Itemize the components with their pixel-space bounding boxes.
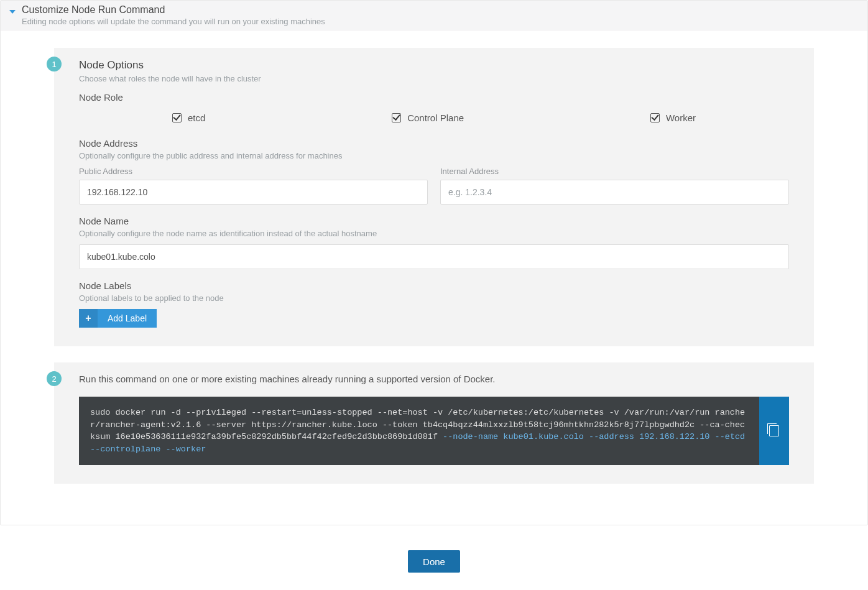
panel-header: Customize Node Run Command Editing node … xyxy=(1,1,867,30)
worker-label: Worker xyxy=(666,113,696,123)
step-2-section: 2 Run this command on one or more existi… xyxy=(54,362,814,484)
add-label-text: Add Label xyxy=(98,313,157,323)
node-labels-title: Node Labels xyxy=(79,280,789,291)
run-command-text: Run this command on one or more existing… xyxy=(79,374,789,384)
etcd-label: etcd xyxy=(188,113,205,123)
command-box[interactable]: sudo docker run -d --privileged --restar… xyxy=(79,397,759,465)
node-name-input[interactable] xyxy=(79,244,789,269)
internal-address-input[interactable] xyxy=(440,180,789,205)
node-address-sub: Optionally configure the public address … xyxy=(79,151,789,160)
plus-icon: + xyxy=(79,309,98,328)
etcd-checkbox[interactable] xyxy=(172,113,182,122)
control-plane-label: Control Plane xyxy=(407,113,464,123)
internal-address-label: Internal Address xyxy=(440,167,789,176)
copy-button[interactable] xyxy=(759,397,789,465)
step-badge-2: 2 xyxy=(47,371,62,386)
node-labels-sub: Optional labels to be applied to the nod… xyxy=(79,293,789,303)
collapse-caret-icon[interactable] xyxy=(9,10,16,14)
node-name-sub: Optionally configure the node name as id… xyxy=(79,229,789,238)
public-address-input[interactable] xyxy=(79,180,428,205)
control-plane-checkbox[interactable] xyxy=(392,113,401,122)
public-address-label: Public Address xyxy=(79,167,428,176)
panel-title: Customize Node Run Command xyxy=(22,4,325,16)
step-1-section: 1 Node Options Choose what roles the nod… xyxy=(54,48,814,346)
node-options-subtitle: Choose what roles the node will have in … xyxy=(79,74,789,83)
node-options-title: Node Options xyxy=(79,59,789,71)
node-address-title: Node Address xyxy=(79,138,789,149)
clipboard-icon xyxy=(769,425,779,436)
panel-subtitle: Editing node options will update the com… xyxy=(22,17,325,26)
node-name-title: Node Name xyxy=(79,216,789,226)
node-role-label: Node Role xyxy=(79,92,789,103)
done-button[interactable]: Done xyxy=(408,550,460,573)
worker-checkbox[interactable] xyxy=(650,113,660,122)
step-badge-1: 1 xyxy=(47,57,62,71)
add-label-button[interactable]: + Add Label xyxy=(79,309,157,328)
